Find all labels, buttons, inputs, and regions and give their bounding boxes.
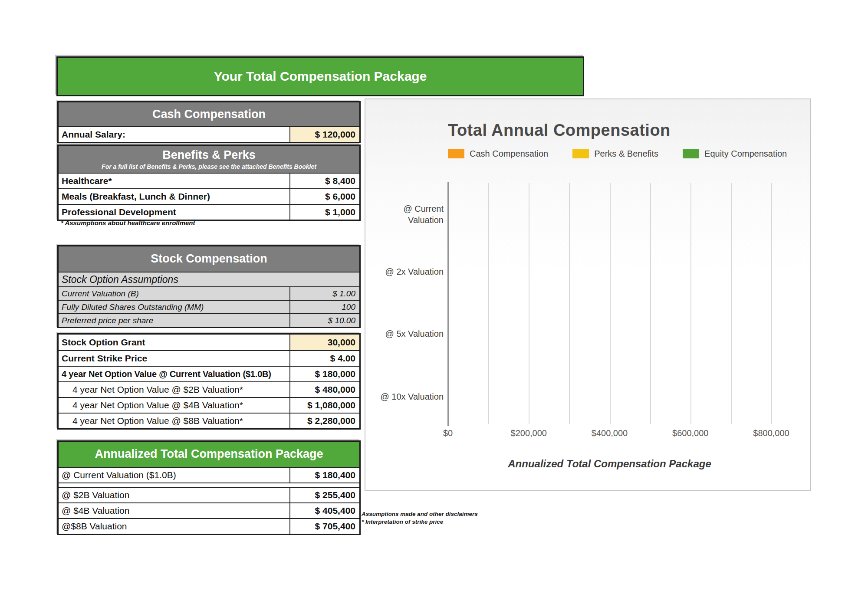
healthcare-label: Healthcare* [59,174,289,188]
stock-table-header: Stock Compensation [59,246,359,272]
legend-item-equity: Equity Compensation [683,149,787,159]
table-row: 4 year Net Option Value @ $2B Valuation*… [59,381,359,397]
gridline [529,183,529,424]
stock-compensation-table: Stock Compensation Stock Option Assumpti… [57,245,361,328]
annualized-current-value: $ 180,400 [289,468,359,483]
x-tick-label: $400,000 [592,428,628,438]
gridline [650,183,651,424]
stock-table-title: Stock Compensation [59,252,359,266]
net-option-4b-value: $ 1,080,000 [289,398,359,413]
annualized-4b-label: @ $4B Valuation [59,503,289,518]
benefits-table-subtitle: For a full list of Benefits & Perks, ple… [59,163,359,170]
table-row: Current Valuation (B) $ 1.00 [59,286,359,300]
chart-title: Total Annual Compensation [448,121,671,140]
diluted-shares-value: 100 [289,301,359,313]
legend-item-cash: Cash Compensation [448,149,548,159]
meals-value: $ 6,000 [289,189,359,204]
cash-compensation-table: Cash Compensation Annual Salary: $ 120,0… [57,101,361,143]
table-row: Professional Development $ 1,000 [59,204,359,220]
table-row: @ $4B Valuation $ 405,400 [59,502,359,518]
annual-salary-input-cell[interactable]: $ 120,000 [289,127,359,142]
stock-assumptions-subheader: Stock Option Assumptions [59,272,359,286]
table-row: 4 year Net Option Value @ Current Valuat… [59,366,359,381]
stock-option-grant-label: Stock Option Grant [59,335,289,350]
gridline [690,183,691,424]
annualized-2b-label: @ $2B Valuation [59,488,289,502]
table-row: Stock Option Grant 30,000 [59,335,359,350]
category-label: @ 2x Valuation [369,266,444,277]
benefits-table-title: Benefits & Perks [59,148,359,162]
table-row: 4 year Net Option Value @ $8B Valuation*… [59,413,359,428]
chart-footnote-line2: * Interpretation of strike price [362,518,478,526]
table-row: Current Strike Price $ 4.00 * [59,350,359,366]
table-row: @ $2B Valuation $ 255,400 [59,487,359,502]
spacer-row [59,483,359,487]
net-option-8b-value: $ 2,280,000 [289,414,359,428]
x-tick-label: $600,000 [672,428,708,438]
annualized-table-title: Annualized Total Compensation Package [59,447,359,461]
category-label: @ 10x Valuation [369,391,444,402]
current-valuation-value: $ 1.00 [289,287,359,300]
x-axis-labels: $0$200,000$400,000$600,000$800,000 [448,428,771,440]
legend-item-perks: Perks & Benefits [572,149,658,159]
current-strike-price-value: $ 4.00 [289,351,359,366]
cash-table-title: Cash Compensation [59,108,359,121]
equity-legend-swatch-icon [683,149,699,158]
current-valuation-label: Current Valuation (B) [59,287,289,300]
chart-legend: Cash Compensation Perks & Benefits Equit… [448,149,787,159]
healthcare-value: $ 8,400 [289,174,359,188]
table-row: 4 year Net Option Value @ $4B Valuation*… [59,397,359,413]
chart-footnotes: Assumptions made and other disclaimers *… [362,510,478,526]
category-label: @ 5x Valuation [369,328,444,339]
benefits-table-header: Benefits & Perks For a full list of Bene… [59,146,359,173]
plot-area [448,183,771,424]
benefits-footnote: * Assumptions about healthcare enrollmen… [61,219,195,226]
annualized-table-header: Annualized Total Compensation Package [59,442,359,467]
net-option-2b-label: 4 year Net Option Value @ $2B Valuation* [59,382,289,397]
preferred-price-value: $ 10.00 [289,314,359,327]
net-option-2b-value: $ 480,000 [289,382,359,397]
net-option-current-value: $ 180,000 [289,367,359,381]
compensation-chart-panel: Total Annual Compensation Cash Compensat… [365,98,811,491]
professional-development-value: $ 1,000 [289,205,359,220]
category-label: @ Current Valuation [369,203,444,226]
table-row: Healthcare* $ 8,400 [59,173,359,188]
chart-caption: Annualized Total Compensation Package [448,458,771,470]
x-tick-label: $200,000 [511,428,547,438]
table-row: Preferred price per share $ 10.00 [59,313,359,327]
meals-label: Meals (Breakfast, Lunch & Dinner) [59,189,289,204]
preferred-price-label: Preferred price per share [59,314,289,327]
cash-legend-label: Cash Compensation [470,149,548,159]
annualized-current-label: @ Current Valuation ($1.0B) [59,468,289,483]
table-row: @ Current Valuation ($1.0B) $ 180,400 [59,467,359,483]
annual-salary-label: Annual Salary: [59,127,289,142]
annualized-8b-label: @$8B Valuation [59,519,289,534]
gridline [610,183,611,424]
cash-table-header: Cash Compensation [59,102,359,126]
equity-legend-label: Equity Compensation [704,149,787,159]
current-strike-price-label: Current Strike Price [59,351,289,366]
annualized-2b-value: $ 255,400 [289,488,359,502]
gridline [488,183,489,424]
table-row: Fully Diluted Shares Outstanding (MM) 10… [59,300,359,313]
net-option-current-label: 4 year Net Option Value @ Current Valuat… [59,367,289,381]
title-banner: Your Total Compensation Package [56,56,584,96]
x-tick-label: $0 [443,428,453,438]
stock-option-grant-input-cell[interactable]: 30,000 [289,335,359,350]
perks-legend-swatch-icon [572,149,589,158]
table-row: Meals (Breakfast, Lunch & Dinner) $ 6,00… [59,188,359,204]
benefits-perks-table: Benefits & Perks For a full list of Bene… [57,144,361,221]
annualized-total-table: Annualized Total Compensation Package @ … [57,440,361,535]
stock-option-grant-table: Stock Option Grant 30,000 Current Strike… [57,333,361,430]
cash-legend-swatch-icon [448,149,464,158]
annualized-8b-value: $ 705,400 [289,519,359,534]
professional-development-label: Professional Development [59,205,289,220]
table-row: @$8B Valuation $ 705,400 [59,518,359,534]
page-title: Your Total Compensation Package [214,69,427,84]
stock-assumptions-title: Stock Option Assumptions [59,272,359,286]
net-option-8b-label: 4 year Net Option Value @ $8B Valuation* [59,414,289,428]
gridline [569,183,570,424]
annualized-4b-value: $ 405,400 [289,503,359,518]
x-tick-label: $800,000 [753,428,789,438]
net-option-4b-label: 4 year Net Option Value @ $4B Valuation* [59,398,289,413]
